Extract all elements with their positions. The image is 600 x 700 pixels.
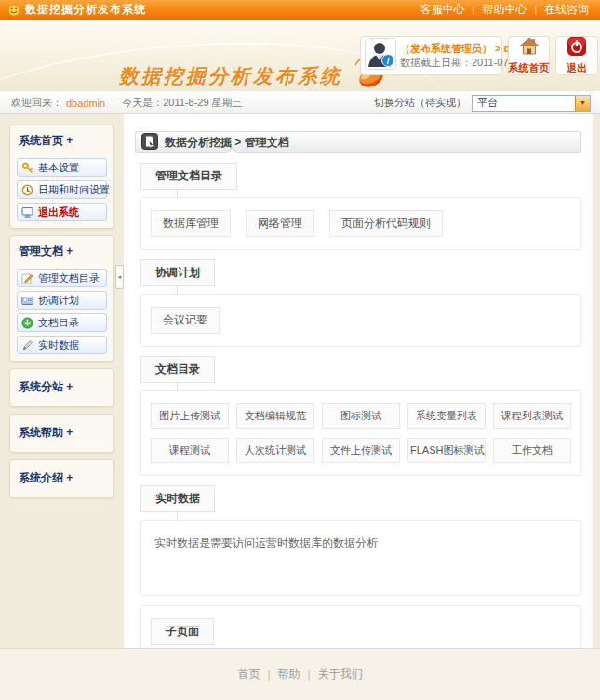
sidebar-item-label: 基本设置 (38, 161, 79, 175)
home-button[interactable]: 系统首页 (508, 36, 550, 75)
main-panel: 数据分析挖掘 > 管理文档 管理文档目录数据库管理网络管理页面分析代码规则协调计… (124, 114, 593, 648)
sidebar-section: 系统帮助 + (9, 414, 114, 453)
sidebar-item-label: 退出系统 (38, 205, 79, 219)
section-tab[interactable]: 子页面 (151, 618, 214, 645)
sidebar-item[interactable]: 实时数据 (17, 336, 107, 354)
section-panel: 会议记要 (140, 294, 581, 347)
sidebar-item[interactable]: 基本设置 (17, 158, 107, 177)
sidebar: 系统首页 +基本设置日期和时间设置退出系统管理文档 +管理文档目录协调计划文档目… (9, 125, 114, 505)
sidebar-section-title[interactable]: 系统首页 + (17, 132, 107, 154)
switch-site-label: 切换分站（待实现） (374, 96, 466, 110)
panel-button[interactable]: 文件上传测试 (322, 438, 400, 463)
home-icon (519, 36, 540, 60)
smiley-icon (7, 4, 20, 17)
panel-text: 实时数据是需要访问运营时数据库的数据分析 (151, 533, 571, 554)
sidebar-item[interactable]: 管理文档目录 (17, 269, 107, 287)
section-tab[interactable]: 实时数据 (140, 485, 215, 512)
content: 系统首页 +基本设置日期和时间设置退出系统管理文档 +管理文档目录协调计划文档目… (0, 114, 600, 648)
panel-buttons: 数据库管理网络管理页面分析代码规则 (151, 210, 571, 237)
panel-button[interactable]: 图标测试 (322, 403, 400, 429)
footer-link[interactable]: 关于我们 (318, 667, 363, 682)
sidebar-item-label: 管理文档目录 (38, 271, 100, 285)
sidebar-section: 管理文档 +管理文档目录协调计划文档目录实时数据 (9, 235, 114, 362)
select-dropdown-icon[interactable]: ▼ (575, 96, 590, 111)
user-info-box: i （发布系统管理员） > dbadmin 数据截止日期：2011-07-31 (360, 36, 502, 75)
section-panel: 图片上传测试文档编辑规范图标测试系统变量列表课程列表测试课程测试人次统计测试文件… (140, 390, 581, 476)
footer: 首页|帮助|关于我们 (0, 648, 600, 700)
sidebar-item-label: 文档目录 (38, 316, 79, 330)
topbar-link[interactable]: 在线咨询 (544, 2, 589, 18)
sidebar-section-title[interactable]: 系统帮助 + (17, 424, 107, 442)
panel-button[interactable]: 课程列表测试 (493, 403, 571, 429)
power-icon (567, 36, 587, 60)
sidebar-item[interactable]: 协调计划 (17, 291, 107, 310)
separator: | (267, 668, 270, 681)
logout-button[interactable]: 退出 (555, 36, 598, 75)
panel-button[interactable]: 工作文档 (493, 438, 571, 463)
app-root: 数据挖掘分析发布系统 客服中心|帮助中心|在线咨询 数据挖掘分析发布系统 i （… (0, 0, 600, 700)
footer-links: 首页|帮助|关于我们 (237, 667, 362, 682)
sidebar-item[interactable]: 退出系统 (17, 203, 107, 221)
panel-button[interactable]: 文档编辑规范 (236, 403, 314, 429)
home-button-label: 系统首页 (509, 61, 550, 75)
edit-icon (21, 272, 33, 284)
panel-button[interactable]: 课程测试 (151, 438, 229, 463)
app-title: 数据挖掘分析发布系统 (25, 2, 146, 18)
breadcrumb-text: 数据分析挖掘 > 管理文档 (165, 135, 289, 151)
panel-button[interactable]: 图片上传测试 (151, 403, 229, 429)
site-select-value: 平台 (473, 96, 498, 110)
topbar-link[interactable]: 帮助中心 (482, 2, 527, 18)
avatar: i (365, 38, 396, 73)
sidebar-section-title[interactable]: 系统介绍 + (17, 469, 107, 488)
panel-buttons: 会议记要 (151, 307, 571, 334)
sidebar-collapse-handle[interactable]: ◂ (115, 265, 124, 289)
panel-button[interactable]: 会议记要 (151, 307, 220, 334)
panel-button[interactable]: 页面分析代码规则 (329, 210, 443, 237)
main-sections: 管理文档目录数据库管理网络管理页面分析代码规则协调计划会议记要文档目录图片上传测… (135, 153, 581, 673)
section-panel: 实时数据是需要访问运营时数据库的数据分析 (140, 520, 581, 596)
panel-button[interactable]: 系统变量列表 (407, 403, 486, 429)
sidebar-section-title[interactable]: 系统分站 + (17, 378, 107, 397)
breadcrumb: 数据分析挖掘 > 管理文档 (135, 131, 581, 153)
panel-button[interactable]: 网络管理 (246, 210, 314, 237)
sidebar-section: 系统首页 +基本设置日期和时间设置退出系统 (9, 125, 114, 229)
panel-button[interactable]: 人次统计测试 (236, 438, 314, 463)
header: 数据挖掘分析发布系统 i （发布系统管理员） > dbadmin 数据截止日期：… (0, 20, 600, 91)
sidebar-item-label: 实时数据 (38, 338, 79, 352)
footer-link[interactable]: 帮助 (278, 667, 300, 682)
welcome-bar: 欢迎回来： dbadmin 今天是：2011-8-29 星期三 切换分站（待实现… (0, 91, 600, 114)
logout-button-label: 退出 (567, 61, 587, 75)
panel-buttons: 图片上传测试文档编辑规范图标测试系统变量列表课程列表测试课程测试人次统计测试文件… (151, 403, 571, 463)
logo: 数据挖掘分析发布系统 (119, 48, 394, 89)
section-tab[interactable]: 协调计划 (140, 259, 215, 286)
separator: | (308, 668, 311, 681)
clock-icon (21, 184, 33, 196)
key-icon (21, 162, 33, 174)
logo-text: 数据挖掘分析发布系统 (119, 63, 342, 89)
sidebar-item[interactable]: 文档目录 (17, 313, 107, 332)
sidebar-section-title[interactable]: 管理文档 + (17, 243, 107, 265)
footer-link[interactable]: 首页 (237, 667, 260, 682)
section-panel: 数据库管理网络管理页面分析代码规则 (140, 197, 581, 250)
document-icon (141, 133, 158, 152)
panel-button[interactable]: 数据库管理 (151, 210, 231, 237)
sidebar-item-label: 日期和时间设置 (38, 183, 110, 197)
panel-button[interactable]: FLASH图标测试 (407, 438, 486, 463)
pen-icon (21, 339, 33, 351)
sidebar-section: 系统介绍 + (9, 459, 114, 498)
monitor-icon (21, 206, 33, 218)
section-tab[interactable]: 管理文档目录 (140, 163, 237, 190)
separator: | (473, 5, 475, 15)
sidebar-item[interactable]: 日期和时间设置 (17, 180, 107, 199)
sidebar-section: 系统分站 + (9, 368, 114, 407)
topbar-link[interactable]: 客服中心 (420, 2, 465, 18)
welcome-label: 欢迎回来： (11, 96, 62, 110)
sidebar-item-label: 协调计划 (38, 294, 79, 308)
arrow-down-icon (21, 317, 33, 329)
site-select[interactable]: 平台 ▼ (472, 95, 591, 112)
separator: | (534, 5, 537, 15)
welcome-date: 今天是：2011-8-29 星期三 (122, 96, 242, 110)
topbar: 数据挖掘分析发布系统 客服中心|帮助中心|在线咨询 (0, 0, 600, 20)
section-tab[interactable]: 文档目录 (140, 356, 215, 383)
topbar-links: 客服中心|帮助中心|在线咨询 (420, 2, 589, 18)
